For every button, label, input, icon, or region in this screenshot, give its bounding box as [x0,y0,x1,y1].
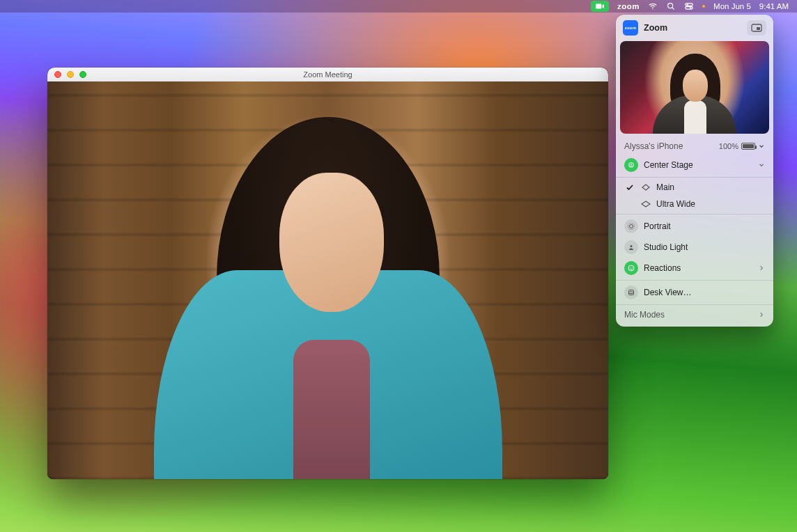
desk-view-icon [624,285,638,299]
svg-rect-3 [686,7,693,9]
lens-outline-icon [641,201,651,208]
reactions-icon [624,261,638,275]
svg-point-6 [702,5,705,8]
svg-point-1 [668,3,673,8]
wifi-icon[interactable] [648,1,658,11]
menubar-date[interactable]: Mon Jun 5 [713,2,751,10]
menubar-time[interactable]: 9:41 AM [759,2,789,10]
video-effects-popover: zoom Zoom Alyssa's iPhone 100% Center St… [616,15,773,327]
svg-point-10 [630,164,632,166]
svg-point-13 [630,245,633,247]
window-traffic-lights [54,71,86,78]
lens-option-main[interactable]: Main [616,179,773,196]
mic-modes-menu[interactable]: Mic Modes [616,306,773,327]
separator [616,280,773,281]
window-title: Zoom Meeting [303,70,352,79]
video-camera-icon [595,1,605,11]
studio-light-toggle[interactable]: Studio Light [616,237,773,258]
window-titlebar[interactable]: Zoom Meeting [47,68,608,81]
popover-header: zoom Zoom [616,15,773,41]
battery-icon [741,143,755,150]
participant-portrait [133,89,523,479]
macos-menubar: zoom Mon Jun 5 9:41 AM [0,0,797,13]
close-button[interactable] [54,71,61,78]
svg-point-12 [628,224,635,230]
svg-rect-8 [757,27,760,30]
reactions-menu[interactable]: Reactions [616,258,773,279]
popover-app-name: Zoom [644,23,667,33]
svg-point-5 [690,7,691,8]
maximize-button[interactable] [79,71,86,78]
camera-preview [620,41,769,134]
lens-option-ultrawide[interactable]: Ultra Wide [616,196,773,212]
svg-rect-2 [686,3,693,6]
menu-dot-icon [702,5,705,8]
window-dock-button[interactable] [747,20,766,36]
separator [616,177,773,178]
checkmark-icon [624,183,635,191]
separator [616,304,773,305]
chevron-right-icon [758,311,765,318]
device-battery: 100% [719,142,765,150]
spotlight-search-icon[interactable] [666,1,676,11]
camera-active-indicator[interactable] [591,1,609,12]
svg-rect-15 [629,290,634,295]
desk-view-button[interactable]: Desk View… [616,282,773,303]
separator [616,214,773,214]
chevron-down-icon [758,162,765,169]
camera-device-name: Alyssa's iPhone [624,141,683,151]
studio-light-icon [624,240,638,254]
center-stage-toggle[interactable]: Center Stage [616,155,773,175]
svg-point-4 [687,4,688,6]
zoom-app-icon: zoom [623,20,638,36]
chevron-right-icon [758,265,765,272]
svg-point-14 [628,265,634,271]
main-video-feed[interactable] [47,81,608,479]
zoom-meeting-window: Zoom Meeting [47,68,608,479]
svg-point-0 [653,9,653,10]
svg-point-11 [630,225,633,228]
center-stage-icon [624,158,638,172]
control-center-icon[interactable] [684,1,694,11]
active-app-name[interactable]: zoom [617,2,640,10]
lens-outline-icon [641,184,651,191]
chevron-down-icon [758,143,765,150]
minimize-button[interactable] [67,71,74,78]
portrait-toggle[interactable]: Portrait [616,216,773,237]
portrait-icon [624,219,638,233]
camera-device-row[interactable]: Alyssa's iPhone 100% [616,138,773,155]
dock-window-icon [751,24,762,32]
